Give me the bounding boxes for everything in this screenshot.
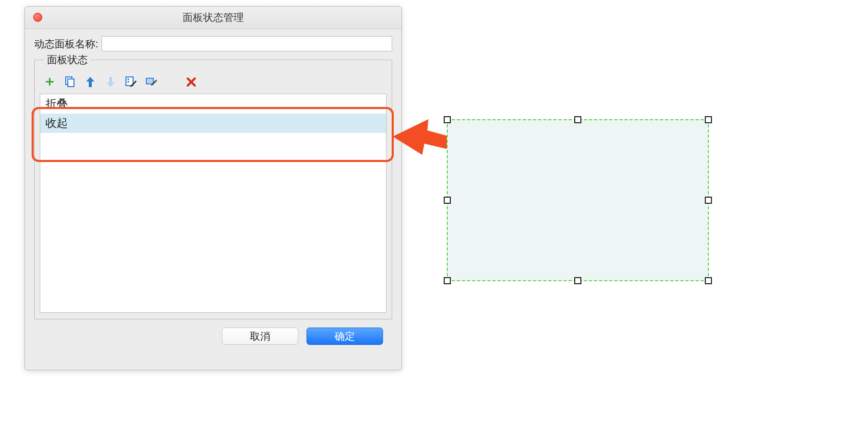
close-window-button[interactable] xyxy=(33,13,42,22)
delete-state-button[interactable] xyxy=(186,76,197,88)
list-item[interactable]: 折叠 xyxy=(40,94,386,114)
resize-handle-top-middle[interactable] xyxy=(574,116,581,123)
resize-handle-top-left[interactable] xyxy=(444,116,451,123)
edit-icon xyxy=(146,77,157,87)
fieldset-legend: 面板状态 xyxy=(44,53,91,67)
svg-rect-1 xyxy=(68,79,74,87)
panel-states-fieldset: 面板状态 xyxy=(34,60,392,319)
panel-name-input[interactable] xyxy=(101,36,392,51)
edit-all-icon xyxy=(125,76,137,88)
move-up-button[interactable] xyxy=(85,76,96,88)
svg-rect-3 xyxy=(127,78,129,80)
dialog-buttons: 取消 确定 xyxy=(34,319,392,345)
edit-all-states-button[interactable] xyxy=(125,76,137,88)
resize-handle-bottom-middle[interactable] xyxy=(574,277,581,284)
svg-rect-5 xyxy=(146,78,154,84)
states-toolbar xyxy=(40,69,387,94)
dialog-title: 面板状态管理 xyxy=(25,11,401,24)
duplicate-icon xyxy=(65,76,75,88)
panel-state-dialog: 面板状态管理 动态面板名称: 面板状态 xyxy=(24,6,402,370)
titlebar: 面板状态管理 xyxy=(25,7,401,29)
resize-handle-bottom-left[interactable] xyxy=(444,277,451,284)
resize-handle-middle-right[interactable] xyxy=(705,197,712,204)
resize-handle-top-right[interactable] xyxy=(705,116,712,123)
name-label: 动态面板名称: xyxy=(34,37,98,51)
arrow-down-icon xyxy=(106,76,115,88)
move-down-button[interactable] xyxy=(105,76,116,88)
dialog-body: 动态面板名称: 面板状态 xyxy=(25,29,401,353)
delete-icon xyxy=(186,77,196,87)
canvas-selected-widget[interactable] xyxy=(447,119,709,281)
duplicate-state-button[interactable] xyxy=(64,76,75,88)
resize-handle-middle-left[interactable] xyxy=(444,197,451,204)
edit-state-button[interactable] xyxy=(146,76,157,88)
add-state-button[interactable] xyxy=(44,76,55,88)
ok-button[interactable]: 确定 xyxy=(307,328,383,345)
states-listbox[interactable]: 折叠 收起 xyxy=(40,94,387,313)
arrow-up-icon xyxy=(86,76,95,88)
plus-icon xyxy=(44,77,55,87)
name-row: 动态面板名称: xyxy=(34,36,392,51)
svg-rect-4 xyxy=(127,81,129,83)
cancel-button[interactable]: 取消 xyxy=(222,328,298,345)
resize-handle-bottom-right[interactable] xyxy=(705,277,712,284)
list-item[interactable]: 收起 xyxy=(40,114,386,133)
